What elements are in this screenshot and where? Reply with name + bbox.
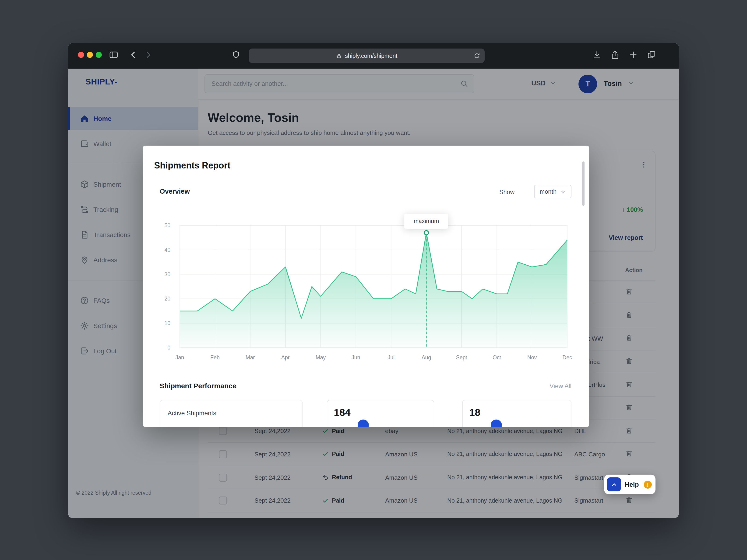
- overview-label: Overview: [160, 188, 190, 195]
- svg-text:20: 20: [164, 296, 171, 302]
- svg-text:Dec: Dec: [563, 354, 572, 361]
- chart-svg: 01020304050JanFebMarAprMayJunJulAugSeptO…: [160, 211, 572, 365]
- max-point-marker: [424, 231, 428, 235]
- view-all-link[interactable]: View All: [549, 383, 571, 390]
- active-shipments-card: Active Shipments: [160, 400, 303, 427]
- svg-text:Jan: Jan: [175, 354, 184, 361]
- stat-card: 184: [327, 400, 434, 427]
- show-period-select[interactable]: month: [534, 185, 571, 198]
- svg-text:Apr: Apr: [281, 354, 290, 361]
- modal-scrollbar[interactable]: [582, 161, 585, 206]
- close-window-button[interactable]: [78, 52, 84, 58]
- svg-text:Jun: Jun: [352, 354, 360, 361]
- share-icon[interactable]: [610, 50, 620, 60]
- svg-text:30: 30: [164, 271, 171, 277]
- download-icon[interactable]: [592, 50, 602, 60]
- svg-text:Feb: Feb: [210, 354, 220, 361]
- browser-window: shiply.com/shipment SHIPLY- HomeWalletSh…: [68, 43, 679, 518]
- app-viewport: SHIPLY- HomeWalletShipmentTrackingTransa…: [68, 69, 679, 518]
- chart-tooltip: maximum: [404, 214, 448, 229]
- desktop-background: shiply.com/shipment SHIPLY- HomeWalletSh…: [0, 0, 747, 560]
- tooltip-label: maximum: [414, 218, 439, 224]
- svg-text:May: May: [316, 354, 326, 361]
- lock-icon: [336, 53, 342, 59]
- notification-badge: !: [644, 481, 652, 488]
- performance-label: Shipment Performance: [160, 382, 236, 390]
- stat-card: 18: [462, 400, 571, 427]
- url-bar[interactable]: shiply.com/shipment: [249, 49, 485, 63]
- stat-icon: [491, 420, 502, 427]
- sidebar-toggle-icon[interactable]: [109, 50, 119, 60]
- chevron-up-icon[interactable]: [607, 477, 621, 491]
- svg-text:Nov: Nov: [527, 354, 537, 361]
- shield-icon[interactable]: [232, 50, 240, 59]
- svg-text:10: 10: [164, 320, 171, 326]
- performance-row: Shipment Performance View All: [160, 382, 571, 393]
- svg-text:50: 50: [164, 222, 171, 229]
- forward-icon[interactable]: [143, 50, 153, 60]
- shipments-chart: maximum 01020304050JanFebMarAprMayJunJul…: [160, 211, 572, 365]
- url-text: shiply.com/shipment: [345, 53, 397, 59]
- svg-text:Sept: Sept: [456, 354, 467, 361]
- card-label: Active Shipments: [168, 410, 216, 417]
- modal-title: Shipments Report: [154, 161, 230, 171]
- browser-chrome: shiply.com/shipment: [68, 43, 679, 69]
- tab-overview-icon[interactable]: [647, 50, 656, 60]
- shipments-report-modal: Shipments Report Overview Show month max…: [143, 145, 589, 427]
- stat-value: 184: [334, 407, 351, 419]
- svg-text:Oct: Oct: [493, 354, 501, 361]
- svg-text:Jul: Jul: [388, 354, 394, 361]
- svg-text:Aug: Aug: [421, 354, 431, 361]
- stat-icon: [358, 420, 369, 427]
- overview-row: Overview Show month: [160, 185, 571, 199]
- chevron-down-icon: [560, 189, 566, 194]
- help-label: Help: [625, 481, 639, 488]
- svg-text:0: 0: [168, 345, 171, 351]
- back-icon[interactable]: [128, 50, 138, 60]
- new-tab-icon[interactable]: [628, 50, 638, 60]
- help-widget[interactable]: Help !: [604, 475, 655, 494]
- reload-icon[interactable]: [473, 52, 481, 59]
- svg-text:40: 40: [164, 247, 171, 253]
- svg-text:Mar: Mar: [246, 354, 255, 361]
- zoom-window-button[interactable]: [96, 52, 102, 58]
- minimize-window-button[interactable]: [87, 52, 93, 58]
- show-label: Show: [499, 189, 515, 195]
- show-period-value: month: [540, 188, 557, 195]
- stat-value: 18: [469, 407, 481, 419]
